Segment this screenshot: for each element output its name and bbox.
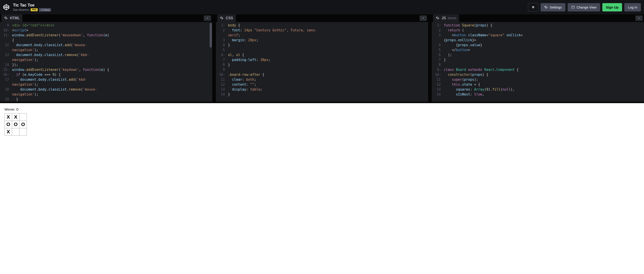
html-editor-title: HTML	[10, 16, 20, 20]
layout-icon	[571, 6, 575, 9]
js-editor-title: JS	[442, 16, 446, 20]
board-row: X	[4, 128, 640, 136]
js-editor-dropdown-button[interactable]	[636, 16, 643, 21]
html-code[interactable]: <div id="root"></div><script>window.addE…	[11, 22, 212, 102]
game-board: XXOOOX	[4, 113, 640, 136]
result-pane: Winner: O XXOOOX	[0, 103, 644, 274]
css-editor-dropdown-button[interactable]	[420, 16, 427, 21]
css-editor-header: CSS	[216, 14, 428, 22]
square[interactable]: O	[12, 121, 20, 128]
css-gutter: 1▾23456▾78910▾11121314	[216, 22, 226, 102]
pen-meta: Dan Abramov PRO + Follow	[13, 8, 51, 12]
css-editor-tab[interactable]: CSS	[217, 14, 236, 22]
square[interactable]	[19, 113, 27, 121]
follow-label: Follow	[42, 9, 50, 11]
signup-button[interactable]: Sign Up	[602, 3, 622, 12]
html-editor-header: HTML	[0, 14, 212, 22]
login-label: Log In	[628, 6, 637, 9]
change-view-label: Change View	[576, 6, 596, 9]
html-editor-dropdown-button[interactable]	[204, 16, 211, 21]
signup-label: Sign Up	[606, 6, 619, 9]
html-code-area[interactable]: 910▾11▾12131415▾16▾171819 <div id="root"…	[0, 22, 212, 102]
gear-icon	[544, 6, 548, 9]
heart-icon	[531, 6, 535, 9]
js-code[interactable]: function Square(props) { return ( <butto…	[442, 22, 644, 102]
css-editor: CSS 1▾23456▾78910▾11121314 body { font: …	[216, 14, 428, 102]
svg-rect-3	[572, 6, 574, 9]
square[interactable]	[12, 128, 20, 136]
html-editor-tab[interactable]: HTML	[1, 14, 22, 22]
love-button[interactable]	[528, 3, 538, 12]
game-status: Winner: O	[4, 108, 640, 111]
square[interactable]: X	[4, 128, 12, 136]
login-button[interactable]: Log In	[624, 3, 641, 12]
html-editor: HTML 910▾11▾12131415▾16▾171819 <div id="…	[0, 14, 212, 102]
pen-title: Tic Tac Toe	[13, 3, 51, 8]
js-preprocessor-label: (Babel)	[448, 17, 456, 20]
js-editor: JS (Babel) 1▾23456789▾10▾11121314 functi…	[432, 14, 644, 102]
css-editor-title: CSS	[226, 16, 233, 20]
pro-badge: PRO	[31, 8, 38, 11]
js-code-area[interactable]: 1▾23456789▾10▾11121314 function Square(p…	[432, 22, 644, 102]
codepen-logo-icon	[3, 4, 10, 11]
plus-icon: +	[40, 9, 42, 11]
chevron-down-icon	[422, 17, 425, 20]
settings-button[interactable]: Settings	[540, 3, 565, 12]
change-view-button[interactable]: Change View	[568, 3, 600, 12]
chevron-down-icon	[206, 17, 209, 20]
css-code-area[interactable]: 1▾23456▾78910▾11121314 body { font: 14px…	[216, 22, 428, 102]
gear-icon[interactable]	[436, 16, 440, 20]
scrollbar-thumb[interactable]	[210, 23, 212, 48]
author-name[interactable]: Dan Abramov	[13, 8, 29, 12]
square[interactable]	[19, 128, 27, 136]
editors-row: HTML 910▾11▾12131415▾16▾171819 <div id="…	[0, 14, 644, 103]
title-block: Tic Tac Toe Dan Abramov PRO + Follow	[13, 3, 51, 12]
html-gutter: 910▾11▾12131415▾16▾171819	[0, 22, 11, 102]
square[interactable]: X	[12, 113, 20, 121]
gear-icon[interactable]	[4, 16, 8, 20]
settings-label: Settings	[550, 6, 562, 9]
top-bar: Tic Tac Toe Dan Abramov PRO + Follow Set…	[0, 0, 644, 14]
board-row: XX	[4, 113, 640, 121]
js-editor-tab[interactable]: JS (Babel)	[433, 14, 459, 22]
codepen-logo[interactable]	[2, 3, 11, 12]
js-editor-header: JS (Babel)	[432, 14, 644, 22]
square[interactable]: X	[4, 113, 12, 121]
chevron-down-icon	[638, 17, 641, 20]
follow-button[interactable]: + Follow	[39, 8, 51, 12]
square[interactable]: O	[19, 121, 27, 128]
board-row: OOO	[4, 121, 640, 128]
square[interactable]: O	[4, 121, 12, 128]
gear-icon[interactable]	[220, 16, 224, 20]
js-gutter: 1▾23456789▾10▾11121314	[432, 22, 442, 102]
css-code[interactable]: body { font: 14px "Century Gothic", Futu…	[226, 22, 428, 102]
